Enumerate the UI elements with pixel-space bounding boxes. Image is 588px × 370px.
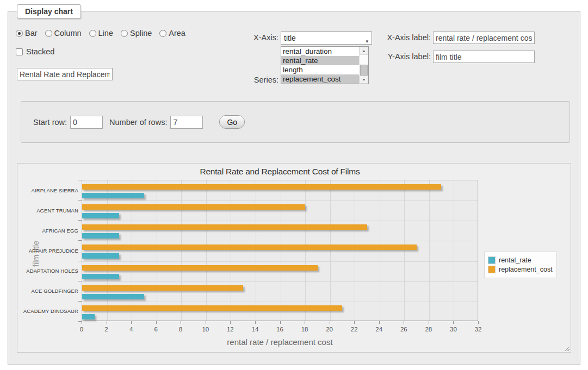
series-scrollbar[interactable]: ▲ ▼ bbox=[359, 47, 368, 84]
x-axis-selected-value: title bbox=[284, 34, 296, 42]
x-tick-label: 30 bbox=[445, 326, 461, 333]
radio-icon[interactable] bbox=[16, 30, 23, 37]
category-label: AFRICAN EGG bbox=[17, 228, 78, 234]
series-option-rental_duration[interactable]: rental_duration bbox=[281, 47, 359, 56]
chart-type-radio-line[interactable]: Line bbox=[89, 29, 113, 37]
x-tick bbox=[255, 321, 256, 324]
y-tick bbox=[78, 281, 82, 281]
chart-type-radio-area[interactable]: Area bbox=[159, 29, 185, 37]
chart-type-radio-bar[interactable]: Bar bbox=[16, 29, 38, 37]
y-axis-label-input[interactable] bbox=[433, 51, 535, 63]
number-of-rows-input[interactable] bbox=[170, 116, 203, 129]
y-axis-label-field-label: Y-Axis label: bbox=[382, 52, 431, 61]
x-tick bbox=[131, 321, 132, 324]
x-tick-label: 20 bbox=[321, 326, 338, 333]
gridline bbox=[82, 302, 478, 302]
gridline bbox=[82, 221, 478, 221]
x-tick-label: 12 bbox=[222, 326, 238, 333]
scroll-down-icon[interactable]: ▼ bbox=[360, 76, 368, 84]
chart-plot-area bbox=[82, 180, 478, 321]
bar-replacement-cost-ace-goldfinger bbox=[82, 285, 243, 291]
x-tick-label: 6 bbox=[148, 326, 164, 333]
x-tick-label: 28 bbox=[420, 326, 437, 333]
series-option-replacement_cost[interactable]: replacement_cost bbox=[281, 74, 359, 84]
bar-rental-rate-agent-truman bbox=[82, 213, 119, 218]
chart-title-input[interactable] bbox=[17, 68, 113, 80]
gridline bbox=[181, 180, 182, 321]
series-multiselect[interactable]: rental_durationrental_ratelengthreplacem… bbox=[281, 46, 369, 84]
bar-replacement-cost-agent-truman bbox=[82, 204, 305, 210]
category-label: AFFAIR PREJUDICE bbox=[17, 248, 78, 254]
x-tick-label: 16 bbox=[272, 326, 288, 333]
bar-replacement-cost-airplane-sierra bbox=[82, 184, 441, 190]
stacked-label: Stacked bbox=[26, 47, 54, 56]
radio-label: Line bbox=[98, 29, 113, 37]
legend-entry-replacement_cost: replacement_cost bbox=[488, 266, 553, 273]
radio-label: Spline bbox=[130, 29, 152, 37]
x-tick bbox=[453, 321, 454, 324]
x-tick bbox=[478, 321, 479, 324]
legend-label: replacement_cost bbox=[499, 266, 553, 273]
rows-form-panel: Start row: Number of rows: Go bbox=[21, 101, 570, 143]
bar-rental-rate-academy-dinosaur bbox=[82, 314, 95, 319]
x-tick bbox=[230, 321, 231, 324]
stacked-checkbox[interactable] bbox=[16, 48, 23, 55]
x-tick bbox=[305, 321, 305, 324]
series-option-rental_rate[interactable]: rental_rate bbox=[281, 56, 359, 65]
x-tick-label: 32 bbox=[470, 326, 486, 333]
display-chart-fieldset: Display chart BarColumnLineSplineArea St… bbox=[8, 11, 580, 365]
bar-rental-rate-ace-goldfinger bbox=[82, 294, 144, 299]
x-tick-label: 26 bbox=[395, 326, 412, 333]
scroll-up-icon[interactable]: ▲ bbox=[360, 47, 368, 55]
bar-rental-rate-adaptation-holes bbox=[82, 274, 119, 279]
x-tick bbox=[429, 321, 429, 324]
radio-icon[interactable] bbox=[121, 30, 128, 37]
gridline bbox=[355, 180, 355, 321]
radio-icon[interactable] bbox=[159, 30, 166, 37]
x-tick-label: 24 bbox=[371, 326, 387, 333]
category-label: AGENT TRUMAN bbox=[17, 208, 78, 214]
x-axis-label-input[interactable] bbox=[433, 32, 535, 44]
x-tick-label: 14 bbox=[247, 326, 263, 333]
category-label: ACADEMY DINOSAUR bbox=[17, 308, 78, 314]
start-row-input[interactable] bbox=[70, 116, 103, 129]
x-tick bbox=[82, 321, 82, 324]
chart-panel: Rental Rate and Replacement Cost of Film… bbox=[17, 163, 571, 353]
radio-icon[interactable] bbox=[45, 30, 52, 37]
chart-legend: rental_ratereplacement_cost bbox=[484, 252, 557, 278]
gridline bbox=[479, 180, 479, 321]
scrollbar-track[interactable] bbox=[360, 55, 368, 76]
chart-title: Rental Rate and Replacement Cost of Film… bbox=[82, 167, 478, 177]
bar-replacement-cost-academy-dinosaur bbox=[82, 305, 342, 311]
y-tick bbox=[78, 301, 82, 302]
y-tick bbox=[78, 180, 82, 180]
gridline bbox=[429, 180, 430, 321]
gridline bbox=[256, 180, 256, 321]
bar-replacement-cost-affair-prejudice bbox=[82, 244, 417, 250]
legend-entry-rental_rate: rental_rate bbox=[488, 256, 553, 264]
y-tick bbox=[78, 261, 82, 261]
x-axis-select[interactable]: title ▾ bbox=[281, 32, 372, 45]
x-tick bbox=[206, 321, 206, 324]
gridline bbox=[454, 180, 454, 321]
chart-type-radio-column[interactable]: Column bbox=[45, 29, 82, 37]
number-of-rows-label: Number of rows: bbox=[109, 118, 167, 127]
go-button[interactable]: Go bbox=[219, 115, 245, 129]
chart-type-radio-spline[interactable]: Spline bbox=[121, 29, 152, 37]
x-tick bbox=[379, 321, 380, 324]
x-tick-label: 18 bbox=[296, 326, 313, 333]
radio-icon[interactable] bbox=[89, 30, 96, 37]
series-option-length[interactable]: length bbox=[281, 65, 359, 74]
radio-label: Column bbox=[54, 29, 82, 37]
y-tick bbox=[78, 200, 82, 200]
x-tick-label: 2 bbox=[98, 326, 115, 333]
scrollbar-thumb[interactable] bbox=[360, 65, 368, 76]
chart-x-axis-title: rental rate / replacement cost bbox=[82, 337, 478, 347]
chart-type-radio-group: BarColumnLineSplineArea bbox=[16, 29, 190, 37]
bar-rental-rate-african-egg bbox=[82, 233, 119, 239]
x-tick bbox=[181, 321, 181, 324]
gridline bbox=[380, 180, 380, 321]
radio-label: Bar bbox=[25, 29, 38, 37]
resize-handle-icon[interactable] bbox=[564, 345, 570, 351]
x-tick-label: 4 bbox=[123, 326, 139, 333]
